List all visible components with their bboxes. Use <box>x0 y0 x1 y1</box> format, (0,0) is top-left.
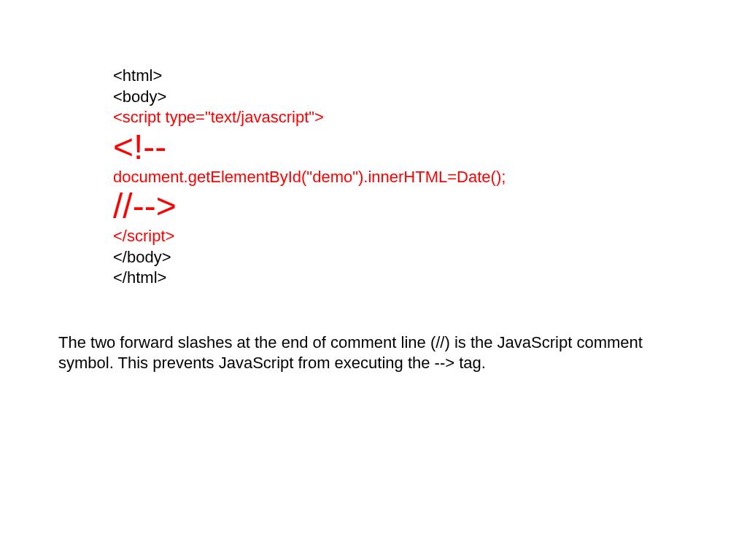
code-example: <html> <body> <script type="text/javascr… <box>113 66 693 289</box>
code-line-body-open: <body> <box>113 87 693 108</box>
code-line-comment-open: <!-- <box>113 128 693 167</box>
code-line-html-open: <html> <box>113 66 693 87</box>
code-line-script-open: <script type="text/javascript"> <box>113 107 693 128</box>
code-line-script-close: </script> <box>113 226 693 247</box>
explanation-text: The two forward slashes at the end of co… <box>58 332 693 374</box>
code-line-html-close: </html> <box>113 268 693 289</box>
code-line-body-close: </body> <box>113 247 693 268</box>
slide-content: <html> <body> <script type="text/javascr… <box>58 66 693 374</box>
code-line-comment-close: //--> <box>113 187 693 226</box>
code-line-js-statement: document.getElementById("demo").innerHTM… <box>113 167 693 188</box>
